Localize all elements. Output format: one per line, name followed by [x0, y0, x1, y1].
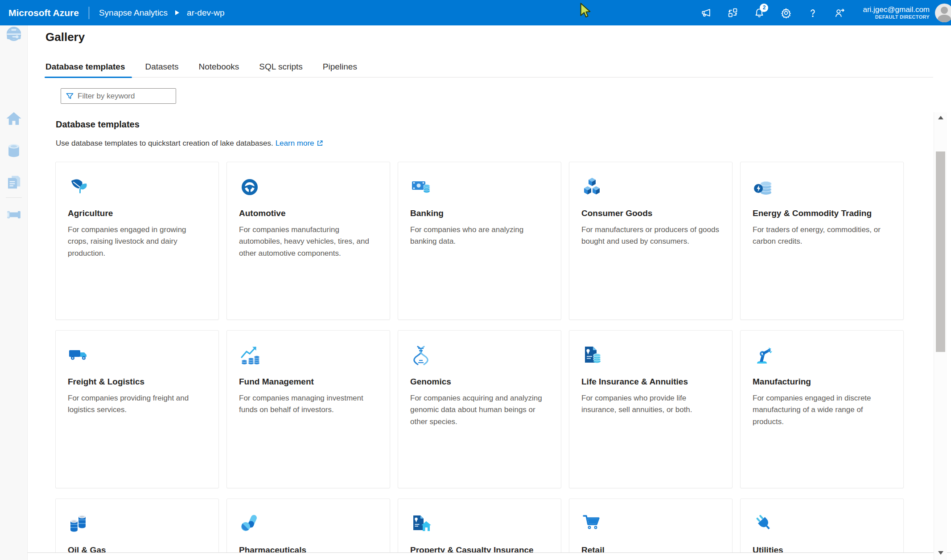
card-property-casualty-insurance[interactable]: Property & Casualty Insurance: [398, 499, 561, 560]
integrate-pipeline-icon: [5, 206, 22, 223]
develop-pages-icon: [5, 174, 22, 191]
card-fund-management[interactable]: Fund Management For companies managing i…: [226, 330, 390, 488]
sidebar-divider: [6, 197, 22, 198]
filter-funnel-icon: [66, 92, 74, 100]
policy-house-icon: [410, 513, 432, 535]
power-plug-icon: [753, 513, 774, 535]
card-title: Genomics: [410, 377, 549, 387]
card-agriculture[interactable]: Agriculture For companies engaged in gro…: [55, 162, 219, 320]
card-oil-gas[interactable]: Oil & Gas: [55, 499, 219, 560]
card-description: For companies who are analyzing banking …: [410, 224, 549, 248]
tab-datasets[interactable]: Datasets: [145, 62, 178, 72]
sidebar-item-develop[interactable]: [5, 174, 22, 191]
top-bar-actions: 2 ari.jgec@gmail.com: [692, 0, 951, 25]
tab-sql-scripts[interactable]: SQL scripts: [259, 62, 303, 72]
card-title: Energy & Commodity Trading: [753, 208, 891, 218]
card-title: Freight & Logistics: [68, 377, 206, 387]
section-description-text: Use database templates to quickstart cre…: [56, 139, 273, 147]
energy-coins-icon: [753, 176, 774, 198]
card-title: Automotive: [239, 208, 378, 218]
card-description: For companies providing freight and logi…: [68, 392, 206, 416]
manage-toolbox-icon: [5, 25, 22, 42]
filter-input[interactable]: [78, 92, 167, 101]
feedback-person-icon[interactable]: [829, 3, 850, 23]
banknote-coins-icon: [410, 176, 432, 198]
card-life-insurance-annuities[interactable]: Life Insurance & Annuities For companies…: [569, 330, 733, 488]
avatar[interactable]: [935, 4, 951, 22]
scroll-up-arrow-icon[interactable]: [938, 116, 943, 119]
robot-arm-icon: [753, 345, 774, 366]
sidebar-item-data[interactable]: [5, 142, 22, 159]
sidebar-item-integrate[interactable]: [5, 206, 22, 223]
breadcrumb-workspace[interactable]: ar-dev-wp: [187, 8, 224, 18]
dna-icon: [410, 345, 432, 366]
tab-database-templates[interactable]: Database templates: [45, 62, 125, 72]
card-energy-commodity-trading[interactable]: Energy & Commodity Trading For traders o…: [740, 162, 904, 320]
card-description: For manufacturers or producers of goods …: [581, 224, 720, 248]
growth-chart-coins-icon: [239, 345, 260, 366]
card-automotive[interactable]: Automotive For companies manufacturing a…: [226, 162, 390, 320]
card-title: Agriculture: [68, 208, 206, 218]
vertical-scrollbar: [934, 112, 947, 560]
card-description: For companies acquiring and analyzing ge…: [410, 392, 549, 428]
left-sidebar: [0, 25, 28, 560]
database-cylinder-icon: [5, 142, 22, 159]
bottom-panel-edge: [28, 552, 951, 560]
help-icon[interactable]: [803, 3, 823, 23]
header-divider: [89, 7, 89, 19]
card-freight-logistics[interactable]: Freight & Logistics For companies provid…: [55, 330, 219, 488]
top-bar: Microsoft Azure Synapse Analytics ar-dev…: [0, 0, 951, 25]
steering-wheel-icon: [239, 176, 260, 198]
breadcrumb-chevron-icon: [175, 10, 180, 16]
switch-workspace-icon[interactable]: [722, 3, 743, 23]
section-description: Use database templates to quickstart cre…: [56, 139, 323, 149]
notifications-bell-icon[interactable]: 2: [749, 3, 770, 23]
policy-coins-icon: [581, 345, 603, 366]
notification-badge: 2: [760, 4, 768, 12]
card-description: For companies manufacturing automobiles,…: [239, 224, 378, 259]
sidebar-item-manage[interactable]: [5, 25, 22, 42]
card-retail[interactable]: Retail: [569, 499, 733, 560]
section-heading: Database templates: [56, 119, 140, 130]
account-email: ari.jgec@gmail.com: [863, 5, 930, 14]
card-title: Life Insurance & Annuities: [581, 377, 720, 387]
card-title: Consumer Goods: [581, 208, 720, 218]
leaf-icon: [68, 176, 89, 198]
card-description: For companies engaged in discrete manufa…: [753, 392, 891, 428]
sidebar-item-home[interactable]: [5, 110, 22, 127]
card-description: For companies engaged in growing crops, …: [68, 224, 206, 259]
shopping-cart-icon: [581, 513, 603, 535]
card-utilities[interactable]: Utilities: [740, 499, 904, 560]
card-description: For companies managing investment funds …: [239, 392, 378, 416]
card-description: For companies who provide life insurance…: [581, 392, 720, 416]
card-pharmaceuticals[interactable]: Pharmaceuticals: [226, 499, 390, 560]
card-title: Fund Management: [239, 377, 378, 387]
card-consumer-goods[interactable]: Consumer Goods For manufacturers or prod…: [569, 162, 733, 320]
scrollbar-thumb[interactable]: [936, 151, 945, 352]
truck-icon: [68, 345, 89, 366]
card-manufacturing[interactable]: Manufacturing For companies engaged in d…: [740, 330, 904, 488]
megaphone-icon[interactable]: [696, 3, 716, 23]
cubes-icon: [581, 176, 603, 198]
filter-box: [61, 88, 176, 104]
card-banking[interactable]: Banking For companies who are analyzing …: [398, 162, 561, 320]
settings-gear-icon[interactable]: [776, 3, 796, 23]
external-link-icon: [317, 140, 323, 149]
scroll-down-arrow-icon[interactable]: [938, 551, 943, 555]
tab-bar: Database templatesDatasetsNotebooksSQL s…: [45, 62, 933, 78]
pills-icon: [239, 513, 260, 535]
oil-barrels-icon: [68, 513, 89, 535]
account-directory: DEFAULT DIRECTORY: [875, 14, 930, 20]
card-description: For traders of energy, commodities, or c…: [753, 224, 891, 248]
tab-notebooks[interactable]: Notebooks: [198, 62, 239, 72]
home-icon: [5, 110, 22, 127]
tab-pipelines[interactable]: Pipelines: [323, 62, 357, 72]
account-info[interactable]: ari.jgec@gmail.com DEFAULT DIRECTORY: [863, 5, 930, 20]
card-genomics[interactable]: Genomics For companies acquiring and ana…: [398, 330, 561, 488]
card-grid: Agriculture For companies engaged in gro…: [55, 162, 904, 560]
learn-more-link[interactable]: Learn more: [276, 139, 314, 147]
azure-brand[interactable]: Microsoft Azure: [8, 8, 79, 18]
card-title: Manufacturing: [753, 377, 891, 387]
breadcrumb-app[interactable]: Synapse Analytics: [99, 8, 168, 18]
card-title: Banking: [410, 208, 549, 218]
